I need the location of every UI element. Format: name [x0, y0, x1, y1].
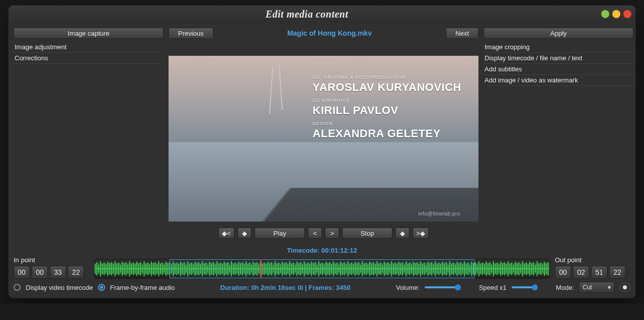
svg-rect-217 — [484, 264, 485, 274]
main-area: Image capture Image adjustment Correctio… — [9, 23, 635, 244]
sidebar-item-add-subtitles[interactable]: Add subtitles — [484, 64, 633, 75]
svg-rect-7 — [102, 264, 103, 274]
maximize-button[interactable] — [612, 10, 620, 18]
svg-rect-17 — [120, 265, 121, 272]
svg-rect-214 — [478, 261, 479, 276]
out-ss[interactable]: 51 — [591, 266, 607, 279]
preview-eye-icon[interactable] — [619, 283, 630, 292]
svg-rect-43 — [168, 263, 169, 275]
titlebar: Edit media content — [9, 6, 635, 23]
previous-button[interactable]: Previous — [169, 28, 213, 39]
sidebar-item-corrections[interactable]: Corrections — [14, 53, 164, 64]
image-capture-header[interactable]: Image capture — [14, 28, 164, 39]
svg-rect-6 — [100, 261, 101, 276]
apply-header[interactable]: Apply — [484, 28, 633, 39]
play-button[interactable]: Play — [255, 228, 305, 239]
mode-select[interactable]: Cut ▾ — [579, 282, 614, 293]
sidebar-item-image-cropping[interactable]: Image cropping — [484, 42, 633, 53]
sidebar-item-display-timecode[interactable]: Display timecode / file name / text — [484, 53, 633, 64]
svg-rect-234 — [515, 262, 516, 276]
in-ff[interactable]: 22 — [68, 266, 84, 279]
svg-rect-219 — [488, 263, 489, 275]
sidebar-item-image-adjustment[interactable]: Image adjustment — [14, 42, 164, 53]
credits-role-3: DESIGN — [312, 121, 461, 126]
svg-rect-229 — [506, 264, 507, 274]
svg-rect-246 — [537, 261, 538, 276]
out-mm[interactable]: 02 — [573, 266, 589, 279]
svg-rect-226 — [500, 262, 501, 276]
next-button[interactable]: Next — [446, 28, 478, 39]
volume-slider[interactable] — [425, 286, 460, 288]
svg-rect-232 — [511, 263, 512, 275]
frame-audio-radio[interactable] — [98, 284, 105, 291]
step-forward-marker-button[interactable]: ◆ — [395, 228, 410, 239]
sidebar-item-add-watermark[interactable]: Add image / video as watermark — [484, 75, 633, 86]
svg-rect-28 — [140, 262, 141, 276]
svg-rect-36 — [154, 262, 155, 276]
timeline-area: Timecode: 00:01:12:12 In point 00 00 33 … — [9, 244, 635, 298]
svg-rect-215 — [480, 264, 481, 274]
display-timecode-radio[interactable] — [14, 284, 21, 291]
svg-rect-35 — [153, 263, 154, 275]
svg-rect-15 — [116, 264, 117, 274]
playhead[interactable] — [261, 259, 262, 278]
step-back-marker-button[interactable]: ◆ — [237, 228, 252, 239]
svg-rect-42 — [166, 262, 167, 276]
svg-rect-12 — [111, 262, 112, 276]
svg-rect-239 — [524, 264, 525, 274]
close-button[interactable] — [623, 10, 631, 18]
svg-rect-221 — [491, 265, 492, 272]
speed-slider[interactable] — [512, 286, 537, 288]
svg-rect-220 — [490, 262, 491, 276]
svg-rect-243 — [531, 263, 532, 275]
go-to-out-point-button[interactable]: >◆ — [413, 228, 429, 239]
svg-rect-27 — [138, 263, 139, 275]
svg-rect-32 — [147, 263, 148, 275]
svg-rect-18 — [122, 262, 123, 276]
svg-rect-213 — [476, 264, 477, 273]
svg-rect-41 — [164, 265, 165, 272]
svg-rect-33 — [149, 264, 150, 273]
svg-rect-22 — [129, 261, 130, 276]
center-panel: Previous Magic of Hong Kong.mkv Next CG,… — [169, 28, 478, 239]
svg-rect-251 — [546, 263, 547, 275]
go-to-in-point-button[interactable]: ◆< — [218, 228, 234, 239]
svg-rect-24 — [133, 263, 134, 275]
svg-rect-252 — [547, 262, 548, 276]
svg-rect-247 — [538, 264, 539, 274]
in-mm[interactable]: 00 — [32, 266, 48, 279]
credits-name-3: ALEXANDRA GELETEY — [312, 127, 461, 140]
svg-rect-245 — [535, 265, 536, 272]
svg-rect-250 — [544, 262, 545, 276]
svg-rect-30 — [144, 261, 145, 276]
window-title: Edit media content — [13, 9, 601, 20]
in-ss[interactable]: 33 — [50, 266, 66, 279]
out-point-label: Out point — [555, 256, 630, 264]
step-back-button[interactable]: < — [308, 228, 322, 239]
in-hh[interactable]: 00 — [14, 266, 30, 279]
minimize-button[interactable] — [601, 10, 609, 18]
audio-waveform[interactable] — [94, 259, 550, 279]
svg-rect-13 — [113, 264, 114, 274]
timecode-label: Timecode: 00:01:12:12 — [14, 247, 630, 254]
svg-rect-236 — [519, 262, 520, 276]
svg-rect-222 — [493, 261, 494, 276]
frame-audio-label: Frame-by-frame audio — [110, 284, 175, 291]
svg-rect-34 — [151, 262, 152, 276]
svg-rect-235 — [517, 263, 518, 275]
selection-region[interactable] — [170, 259, 474, 278]
step-forward-button[interactable]: > — [325, 228, 339, 239]
svg-rect-37 — [156, 264, 157, 274]
svg-rect-20 — [125, 262, 126, 276]
credits-role-1: CG, GRADING & POSTPRODUCTION — [312, 75, 461, 80]
bottom-bar: Display video timecode Frame-by-frame au… — [14, 279, 630, 293]
svg-rect-25 — [135, 264, 136, 274]
video-preview[interactable]: CG, GRADING & POSTPRODUCTION YAROSLAV KU… — [169, 56, 478, 222]
timeline-row: In point 00 00 33 22 — [14, 256, 630, 279]
out-ff[interactable]: 22 — [609, 266, 625, 279]
out-hh[interactable]: 00 — [555, 266, 571, 279]
svg-rect-223 — [495, 264, 496, 274]
svg-rect-10 — [107, 262, 108, 276]
stop-button[interactable]: Stop — [342, 228, 392, 239]
svg-rect-244 — [533, 262, 534, 276]
